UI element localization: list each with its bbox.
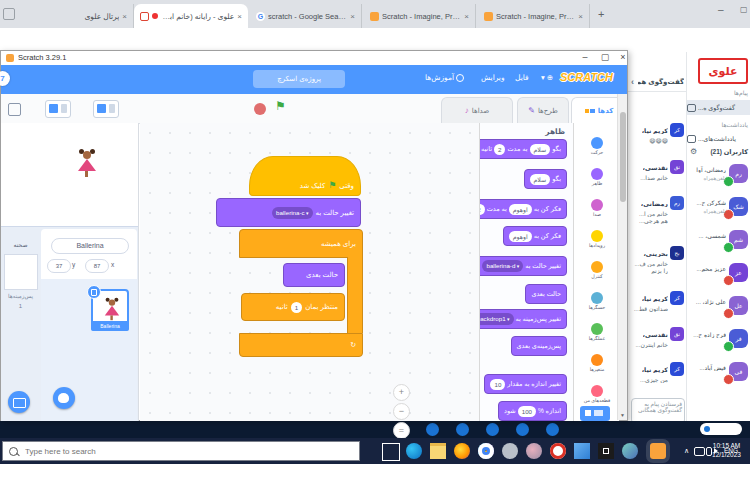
scratch-taskbar-icon[interactable] [650, 443, 666, 459]
tab-close-icon[interactable]: × [578, 12, 583, 21]
palette-block-switch-backdrop[interactable]: تغییر پس‌زمینه بهbackdrop1 [479, 309, 567, 329]
category-operators[interactable]: عملگرها [574, 321, 620, 351]
tab-close-icon[interactable]: × [350, 12, 355, 21]
sprite-y-input[interactable]: 37 [47, 259, 71, 273]
block-next-costume[interactable]: حالت بعدی [283, 263, 345, 287]
raise-hand-action-button[interactable] [516, 423, 529, 436]
sprite-card-ballerina[interactable]: Ballerina [91, 289, 129, 331]
palette-block-think[interactable]: فکر کن بهاوهوم [503, 226, 567, 246]
sprite-name-input[interactable]: Ballerina [51, 238, 129, 254]
tab-close-icon[interactable]: × [122, 12, 127, 21]
delete-sprite-button[interactable] [87, 285, 101, 299]
zoom-reset-button[interactable]: = [393, 422, 410, 439]
taskbar-search[interactable] [2, 441, 360, 461]
internet-globe-icon[interactable] [502, 443, 518, 459]
search-input[interactable] [23, 446, 327, 457]
new-tab-button[interactable]: + [598, 8, 604, 20]
network-icon[interactable] [694, 447, 705, 456]
block-wait-seconds[interactable]: منتظر بمان 1 ثانیه [241, 293, 345, 321]
backdrop-thumbnail[interactable] [4, 254, 38, 290]
palette-block-set-size[interactable]: اندازه %100شود [498, 401, 567, 421]
category-sound[interactable]: صدا [574, 197, 620, 227]
user-list-item[interactable]: عل علی نژاد، ... [687, 294, 750, 324]
block-when-flag-clicked[interactable]: وقتی ⚑ کلیک شد [249, 156, 361, 196]
user-list-item[interactable]: فی فیض آباد... [687, 360, 750, 390]
pinned-tab-icon[interactable] [3, 8, 15, 20]
zoom-out-button[interactable]: − [393, 403, 410, 420]
palette-block-next-backdrop[interactable]: پس‌زمینه‌ی بعدی [511, 336, 567, 356]
sidebar-item-public-chat[interactable]: گفت‌وگوی ه... [687, 100, 750, 115]
chat-message-input[interactable]: فرستادن پیام به گفت‌وگوی همگانی [631, 398, 685, 421]
block-switch-costume[interactable]: تغییر حالت به ballerina-c [216, 198, 361, 227]
users-settings-gear-icon[interactable]: ⚙ [690, 147, 697, 156]
category-variables[interactable]: متغیرها [574, 352, 620, 382]
user-list-item[interactable]: فر فرح زاده ح... [687, 327, 750, 357]
taskbar-clock[interactable]: 10:15 AM 12/1/2023 [705, 441, 748, 459]
code-workspace[interactable]: وقتی ⚑ کلیک شد تغییر حالت به ballerina-c… [140, 123, 479, 421]
browser-tab-scratch-1[interactable]: Scratch - Imagine, Program, S... × [364, 4, 476, 28]
palette-block-switch-costume[interactable]: تغییر حالت بهballerina-d [479, 256, 567, 276]
language-globe-icon[interactable]: ⊕ ▾ [541, 73, 553, 82]
palette-block-think-for-seconds[interactable]: فکر کن بهاوهومبه مدت2ثانیه [479, 199, 567, 219]
add-backdrop-button[interactable] [8, 391, 30, 413]
block-forever-top[interactable]: برای همیشه [239, 229, 363, 258]
audio-action-button[interactable] [426, 423, 439, 436]
browser-tab-alavi-active[interactable]: × علوی - رایانه (خانم ابوالقاس... [134, 4, 248, 28]
sprite-x-input[interactable]: 87 [85, 259, 109, 273]
app-icon[interactable] [526, 443, 542, 459]
tab-sounds[interactable]: صداها ♪ [441, 97, 513, 123]
ballerina-sprite[interactable] [77, 149, 97, 177]
palette-block-say-for-seconds[interactable]: بگوسلامبه مدت2ثانیه [479, 139, 567, 159]
category-motion[interactable]: حرکت [574, 135, 620, 165]
menu-tutorials[interactable]: آموزش‌ها [425, 73, 464, 82]
full-screen-icon[interactable] [8, 103, 21, 116]
add-extension-button[interactable] [580, 406, 610, 421]
scratch-title-bar[interactable]: Scratch 3.29.1 – ▢ × [1, 51, 627, 66]
costume-dropdown[interactable]: ballerina-c [272, 207, 312, 219]
task-view-icon[interactable] [382, 443, 400, 461]
photos-icon[interactable] [574, 443, 590, 459]
notification-badge[interactable]: 7 [0, 71, 10, 86]
user-list-item[interactable]: شک شکرکن ح... تلفن‌همراه [687, 195, 750, 225]
browser-tab-scratch-2[interactable]: Scratch - Imagine, Program, S... × [478, 4, 590, 28]
webcam-action-button[interactable] [456, 423, 469, 436]
small-stage-layout-button[interactable] [45, 100, 71, 118]
wait-value-input[interactable]: 1 [291, 302, 302, 313]
media-target-icon[interactable] [550, 443, 566, 459]
scratch-minimize-button[interactable]: – [577, 51, 593, 64]
stop-button[interactable] [254, 103, 266, 115]
edge-icon[interactable] [406, 443, 422, 459]
scrollbar-thumb[interactable] [620, 112, 626, 202]
large-stage-layout-button[interactable] [93, 100, 119, 118]
category-events[interactable]: رویدادها [574, 228, 620, 258]
palette-block-say[interactable]: بگوسلام [524, 169, 567, 189]
stage-panel[interactable]: صحنه پس‌زمینه‌ها 1 [1, 229, 40, 421]
tab-costumes[interactable]: طرح‌ها ✎ [517, 97, 569, 123]
category-control[interactable]: کنترل [574, 259, 620, 289]
tab-close-icon[interactable]: × [464, 12, 469, 21]
tab-close-icon[interactable]: × [237, 12, 242, 21]
green-flag-button[interactable]: ⚑ [275, 99, 286, 113]
menu-edit[interactable]: ویرایش [481, 73, 505, 82]
browser-maximize-button[interactable]: ▢ [740, 5, 748, 14]
category-looks[interactable]: ظاهر [574, 166, 620, 196]
tray-chevron-icon[interactable]: ∧ [684, 447, 689, 455]
chrome-icon[interactable] [478, 443, 494, 459]
project-name-input[interactable]: پروژه‌ی اسکرچ [253, 70, 345, 88]
user-list-item[interactable]: رم رمضانی، آوا تلفن‌همراه [687, 162, 750, 192]
scratch-maximize-button[interactable]: ▢ [597, 51, 613, 64]
zoom-in-button[interactable]: + [393, 384, 410, 401]
people-icon[interactable] [622, 443, 638, 459]
browser-tab-portal[interactable]: × پرتال علوی [48, 4, 134, 28]
file-explorer-icon[interactable] [430, 443, 446, 459]
user-list-item[interactable]: عز عزیز محم... [687, 261, 750, 291]
stage[interactable] [1, 123, 138, 227]
menu-file[interactable]: فایل [515, 73, 529, 82]
palette-block-change-size[interactable]: تغییر اندازه به مقدار10 [484, 374, 567, 394]
block-forever-bottom[interactable]: ↻ [239, 333, 363, 357]
camera-icon[interactable] [598, 443, 614, 459]
scratch-close-button[interactable]: × [615, 51, 631, 64]
palette-block-next-costume[interactable]: حالت بعدی [525, 284, 567, 304]
sidebar-item-shared-notes[interactable]: یادداشت‌های... [687, 131, 750, 146]
browser-minimize-button[interactable]: – [718, 4, 724, 15]
